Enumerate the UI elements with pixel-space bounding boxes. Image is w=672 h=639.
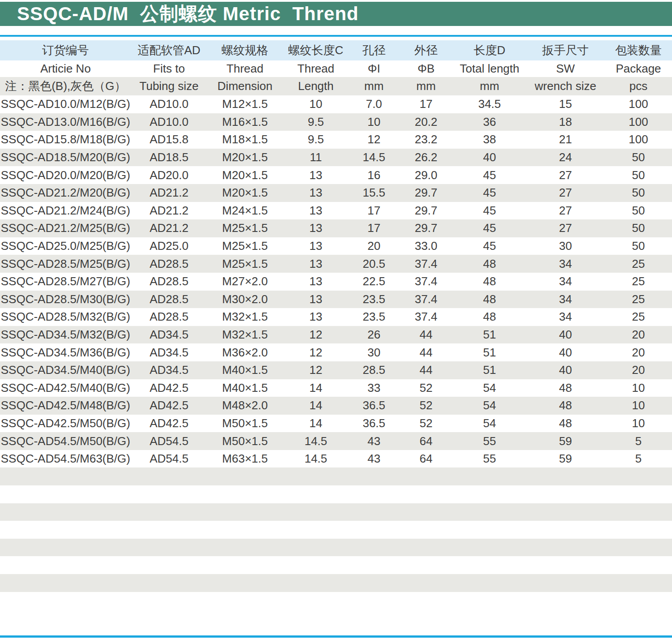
table-cell	[0, 539, 131, 557]
header-cell: 螺纹规格	[207, 40, 283, 60]
table-cell: 14	[283, 397, 349, 415]
table-cell: 12	[349, 131, 400, 149]
table-cell: 13	[283, 273, 349, 291]
table-cell: 27	[526, 166, 605, 184]
table-cell: M63×1.5	[207, 450, 283, 468]
table-cell: 13	[283, 219, 349, 237]
table-cell: SSQC-AD18.5/M20(B/G)	[0, 149, 131, 167]
table-cell: M25×1.5	[207, 219, 283, 237]
table-cell: 14	[283, 379, 349, 397]
table-cell: 51	[453, 361, 526, 379]
table-cell: M12×1.5	[207, 95, 283, 113]
table-row: SSQC-AD10.0/M12(B/G)AD10.0M12×1.5107.017…	[0, 95, 672, 113]
table-cell	[131, 556, 207, 574]
table-cell: 10	[605, 379, 672, 397]
table-cell: 24	[526, 149, 605, 167]
table-cell: AD18.5	[131, 149, 207, 167]
table-cell: 5	[605, 450, 672, 468]
table-cell: M32×1.5	[207, 326, 283, 344]
table-cell: M48×2.0	[207, 397, 283, 415]
table-cell	[207, 574, 283, 592]
table-cell: 34	[526, 291, 605, 309]
table-cell: 48	[453, 255, 526, 273]
header-cell: 订货编号	[0, 40, 131, 60]
table-row: SSQC-AD34.5/M32(B/G)AD34.5M32×1.51226445…	[0, 326, 672, 344]
table-cell: 20	[605, 326, 672, 344]
top-divider	[0, 35, 672, 37]
table-cell: 44	[399, 343, 453, 361]
empty-row	[0, 485, 672, 503]
table-cell	[0, 574, 131, 592]
table-row: SSQC-AD42.5/M40(B/G)AD42.5M40×1.51433525…	[0, 379, 672, 397]
table-cell	[526, 467, 605, 485]
table-row: SSQC-AD21.2/M24(B/G)AD21.2M24×1.5131729.…	[0, 202, 672, 220]
table-cell	[349, 521, 400, 539]
table-cell: SSQC-AD28.5/M27(B/G)	[0, 273, 131, 291]
table-cell	[605, 574, 672, 592]
table-cell: M16×1.5	[207, 113, 283, 131]
table-cell: 17	[349, 219, 400, 237]
header-cell: mm	[453, 77, 526, 95]
table-cell: 29.7	[399, 219, 453, 237]
table-cell	[605, 467, 672, 485]
table-row: SSQC-AD21.2/M20(B/G)AD21.2M20×1.51315.52…	[0, 184, 672, 202]
table-cell: 30	[526, 237, 605, 255]
table-cell: M50×1.5	[207, 432, 283, 450]
table-cell: 33	[349, 379, 400, 397]
table-cell	[283, 521, 349, 539]
table-cell: M36×2.0	[207, 343, 283, 361]
table-cell: 20	[605, 343, 672, 361]
table-cell: 34.5	[453, 95, 526, 113]
table-cell: 51	[453, 343, 526, 361]
table-cell	[453, 574, 526, 592]
table-cell: 20	[605, 361, 672, 379]
table-cell: 37.4	[399, 291, 453, 309]
table-cell: 17	[349, 202, 400, 220]
table-cell: M18×1.5	[207, 131, 283, 149]
table-cell: AD42.5	[131, 379, 207, 397]
table-cell	[453, 467, 526, 485]
table-cell: AD10.0	[131, 113, 207, 131]
table-cell: 30	[349, 343, 400, 361]
table-cell: 5	[605, 432, 672, 450]
table-cell: 37.4	[399, 255, 453, 273]
table-cell	[399, 467, 453, 485]
table-cell: 40	[526, 326, 605, 344]
table-cell: 52	[399, 415, 453, 433]
table-cell: AD28.5	[131, 273, 207, 291]
table-row: SSQC-AD54.5/M50(B/G)AD54.5M50×1.514.5436…	[0, 432, 672, 450]
table-cell: 14	[283, 415, 349, 433]
table-cell: 20.5	[349, 255, 400, 273]
table-cell: M32×1.5	[207, 308, 283, 326]
table-cell: M27×2.0	[207, 273, 283, 291]
table-row: SSQC-AD28.5/M30(B/G)AD28.5M30×2.01323.53…	[0, 291, 672, 309]
table-row: SSQC-AD34.5/M40(B/G)AD34.5M40×1.51228.54…	[0, 361, 672, 379]
table-cell	[0, 485, 131, 503]
empty-row	[0, 574, 672, 592]
table-cell: SSQC-AD42.5/M48(B/G)	[0, 397, 131, 415]
table-cell	[399, 574, 453, 592]
table-cell: 52	[399, 397, 453, 415]
header-cell: wrench size	[526, 77, 605, 95]
table-cell	[349, 574, 400, 592]
table-cell: 100	[605, 95, 672, 113]
table-cell: 48	[526, 415, 605, 433]
table-cell: 48	[453, 308, 526, 326]
table-cell: 12	[283, 343, 349, 361]
table-cell: AD28.5	[131, 255, 207, 273]
table-cell: 20.2	[399, 113, 453, 131]
table-cell	[283, 503, 349, 521]
table-cell: 48	[526, 397, 605, 415]
table-cell: 18	[526, 113, 605, 131]
table-cell: SSQC-AD15.8/M18(B/G)	[0, 131, 131, 149]
table-cell: M24×1.5	[207, 202, 283, 220]
table-row: SSQC-AD42.5/M48(B/G)AD42.5M48×2.01436.55…	[0, 397, 672, 415]
table-cell: AD10.0	[131, 95, 207, 113]
table-cell: 54	[453, 415, 526, 433]
header-cell: Fits to	[131, 60, 207, 77]
table-cell: 15	[526, 95, 605, 113]
table-cell: 48	[453, 273, 526, 291]
table-cell	[399, 485, 453, 503]
table-row: SSQC-AD21.2/M25(B/G)AD21.2M25×1.5131729.…	[0, 219, 672, 237]
table-cell: AD15.8	[131, 131, 207, 149]
